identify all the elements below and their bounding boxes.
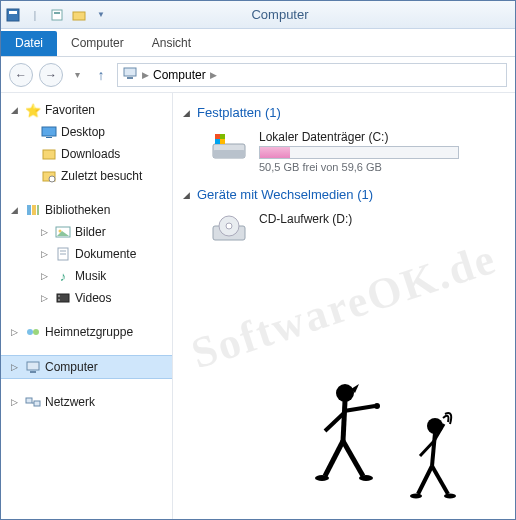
- cd-drive-icon: [209, 212, 249, 248]
- tree-network[interactable]: ▷Netzwerk: [1, 391, 172, 413]
- svg-rect-5: [124, 68, 136, 76]
- navigation-pane: ◢⭐Favoriten Desktop Downloads Zuletzt be…: [1, 93, 173, 519]
- svg-line-53: [418, 466, 432, 494]
- expand-icon[interactable]: ▷: [11, 397, 21, 407]
- drive-cd-d[interactable]: CD-Laufwerk (D:): [183, 208, 505, 258]
- body: ◢⭐Favoriten Desktop Downloads Zuletzt be…: [1, 93, 515, 519]
- svg-rect-33: [215, 134, 220, 139]
- svg-rect-0: [7, 9, 19, 21]
- expand-icon[interactable]: ▷: [11, 327, 21, 337]
- svg-line-42: [344, 406, 375, 411]
- svg-rect-14: [37, 205, 39, 215]
- svg-point-55: [410, 494, 422, 499]
- new-folder-icon[interactable]: [71, 7, 87, 23]
- documents-icon: [55, 246, 71, 262]
- tree-libraries[interactable]: ◢Bibliotheken: [1, 199, 172, 221]
- svg-point-11: [49, 176, 55, 182]
- collapse-icon[interactable]: ◢: [11, 105, 21, 115]
- videos-icon: [55, 290, 71, 306]
- expand-icon[interactable]: ▷: [41, 227, 51, 237]
- svg-line-45: [325, 441, 343, 476]
- svg-rect-2: [52, 10, 62, 20]
- chevron-right-icon[interactable]: ▶: [142, 70, 149, 80]
- section-removable[interactable]: ◢Geräte mit Wechselmedien (1): [183, 187, 505, 202]
- back-button[interactable]: ←: [9, 63, 33, 87]
- svg-rect-3: [54, 12, 60, 14]
- svg-rect-27: [26, 398, 32, 403]
- svg-point-23: [27, 329, 33, 335]
- drive-local-c[interactable]: Lokaler Datenträger (C:) 50,5 GB frei vo…: [183, 126, 505, 183]
- tree-favorites[interactable]: ◢⭐Favoriten: [1, 99, 172, 121]
- expand-icon[interactable]: ▷: [41, 293, 51, 303]
- tree-documents[interactable]: ▷Dokumente: [1, 243, 172, 265]
- tree-videos[interactable]: ▷Videos: [1, 287, 172, 309]
- svg-line-46: [343, 441, 363, 476]
- svg-point-24: [33, 329, 39, 335]
- content-pane: SoftwareOK.de ◢Festplatten (1) Lokaler D…: [173, 93, 515, 519]
- svg-rect-25: [27, 362, 39, 370]
- svg-rect-12: [27, 205, 31, 215]
- collapse-icon[interactable]: ◢: [11, 205, 21, 215]
- computer-icon: [25, 359, 41, 375]
- properties-icon[interactable]: [49, 7, 65, 23]
- svg-point-43: [374, 403, 380, 409]
- tree-computer[interactable]: ▷Computer: [1, 355, 172, 379]
- svg-point-56: [444, 494, 456, 499]
- svg-point-49: [427, 418, 443, 434]
- svg-rect-36: [220, 139, 225, 144]
- breadcrumb-item[interactable]: Computer: [153, 68, 206, 82]
- svg-rect-35: [215, 139, 220, 144]
- ribbon-tabs: Datei Computer Ansicht: [1, 29, 515, 57]
- qat-dropdown-icon[interactable]: ▼: [93, 7, 109, 23]
- address-bar[interactable]: ▶ Computer ▶: [117, 63, 507, 87]
- svg-point-47: [315, 475, 329, 481]
- tree-homegroup[interactable]: ▷Heimnetzgruppe: [1, 321, 172, 343]
- expand-icon[interactable]: ▷: [11, 362, 21, 372]
- tab-computer[interactable]: Computer: [57, 31, 138, 56]
- svg-rect-26: [30, 371, 36, 373]
- svg-rect-4: [73, 12, 85, 20]
- tree-desktop[interactable]: Desktop: [1, 121, 172, 143]
- tree-recent[interactable]: Zuletzt besucht: [1, 165, 172, 187]
- desktop-icon: [41, 124, 57, 140]
- drive-label: CD-Laufwerk (D:): [259, 212, 352, 226]
- window-title: Computer: [109, 7, 451, 22]
- collapse-icon[interactable]: ◢: [183, 108, 193, 118]
- hdd-icon: [209, 130, 249, 166]
- svg-rect-28: [34, 401, 40, 406]
- qat-separator: |: [27, 7, 43, 23]
- tree-downloads[interactable]: Downloads: [1, 143, 172, 165]
- system-menu-icon[interactable]: [5, 7, 21, 23]
- expand-icon[interactable]: ▷: [41, 271, 51, 281]
- svg-rect-22: [58, 299, 60, 301]
- expand-icon[interactable]: ▷: [41, 249, 51, 259]
- collapse-icon[interactable]: ◢: [183, 190, 193, 200]
- network-icon: [25, 394, 41, 410]
- svg-rect-1: [9, 11, 17, 14]
- explorer-window: | ▼ Computer Datei Computer Ansicht ← → …: [0, 0, 516, 520]
- titlebar: | ▼ Computer: [1, 1, 515, 29]
- downloads-icon: [41, 146, 57, 162]
- navigation-row: ← → ▾ ↑ ▶ Computer ▶: [1, 57, 515, 93]
- svg-point-48: [359, 475, 373, 481]
- up-button[interactable]: ↑: [91, 65, 111, 85]
- svg-rect-6: [127, 77, 133, 79]
- svg-rect-9: [43, 150, 55, 159]
- pictures-icon: [55, 224, 71, 240]
- stick-figures: [295, 371, 475, 511]
- tab-file[interactable]: Datei: [1, 31, 57, 56]
- recent-locations-dropdown[interactable]: ▾: [69, 66, 85, 84]
- svg-rect-21: [58, 295, 60, 297]
- drive-label: Lokaler Datenträger (C:): [259, 130, 459, 144]
- svg-line-44: [325, 413, 344, 431]
- tree-music[interactable]: ▷♪Musik: [1, 265, 172, 287]
- svg-line-41: [343, 401, 345, 441]
- chevron-right-icon[interactable]: ▶: [210, 70, 217, 80]
- section-hard-disks[interactable]: ◢Festplatten (1): [183, 105, 505, 120]
- tab-view[interactable]: Ansicht: [138, 31, 205, 56]
- tree-pictures[interactable]: ▷Bilder: [1, 221, 172, 243]
- libraries-icon: [25, 202, 41, 218]
- svg-line-51: [434, 424, 444, 441]
- svg-rect-34: [220, 134, 225, 139]
- forward-button[interactable]: →: [39, 63, 63, 87]
